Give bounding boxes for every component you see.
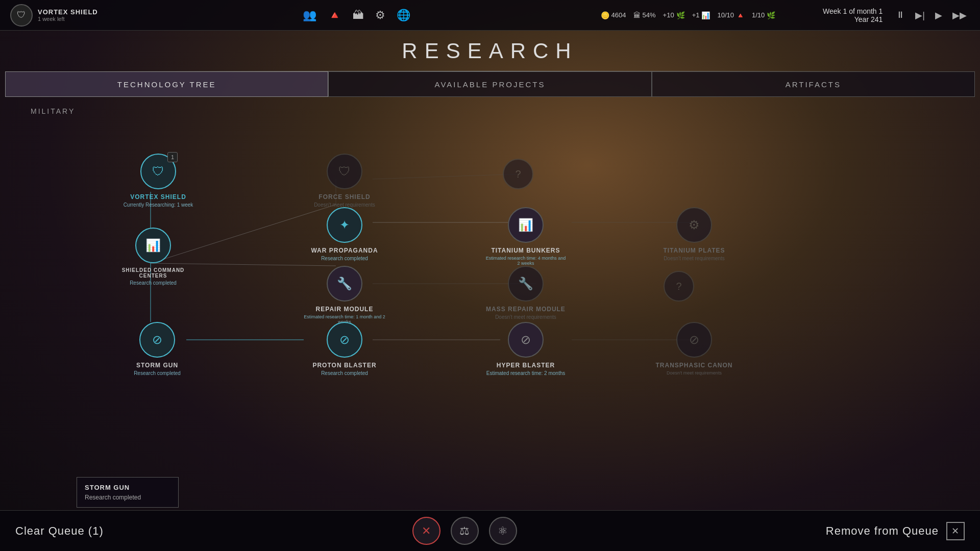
- vortex-shield-status: Currently Researching: 1 week: [124, 202, 193, 208]
- units-icon: 🔺: [736, 11, 745, 19]
- close-icon-button[interactable]: ✕: [412, 517, 440, 545]
- play-button[interactable]: ▶: [932, 8, 945, 23]
- unknown-node-2[interactable]: ?: [664, 271, 694, 302]
- units-value: 10/10: [717, 11, 734, 19]
- storm-gun-circle: ⊘: [139, 322, 175, 358]
- tech-node-force-shield[interactable]: 🛡 FORCE SHIELD Doesn't meet requirements: [304, 154, 385, 208]
- step-button[interactable]: ▶|: [912, 8, 928, 23]
- bottom-bar: Clear Queue (1) ✕ ⚖ ⚛ Remove from Queue …: [0, 510, 980, 551]
- shield-icon: 🛡: [10, 4, 33, 27]
- shielded-command-status: Research completed: [130, 280, 177, 286]
- units-resource: 10/10 🔺: [717, 11, 745, 19]
- storm-popup-desc: Research completed: [85, 494, 170, 501]
- top-controls: ⏸ ▶| ▶ ▶▶: [893, 8, 970, 23]
- top-bar: 🛡 VORTEX SHIELD 1 week left 👥 🔺 🏔 ⚙ 🌐 🪙 …: [0, 0, 980, 31]
- titanium-plates-circle: ⚙: [676, 207, 712, 243]
- war-propaganda-circle: ✦: [327, 207, 362, 243]
- date-line2: Year 241: [791, 15, 883, 23]
- storm-popup-title: STORM GUN: [85, 484, 170, 491]
- tech-node-titanium-plates[interactable]: ⚙ TITANIUM PLATES Doesn't meet requireme…: [653, 207, 735, 261]
- tech-node-repair-module[interactable]: 🔧 REPAIR MODULE Estimated research time:…: [304, 266, 385, 324]
- vortex-shield-circle: 🛡 1: [140, 154, 176, 189]
- proton-blaster-circle: ⊘: [327, 322, 362, 358]
- war-propaganda-status: Research completed: [321, 256, 368, 261]
- tab-available-projects[interactable]: AVAILABLE PROJECTS: [328, 71, 651, 97]
- tech-node-shielded-command[interactable]: 📊 SHIELDED COMMAND CENTERS Research comp…: [112, 228, 194, 286]
- research-title: RESEARCH: [402, 39, 578, 63]
- titanium-bunkers-name: TITANIUM BUNKERS: [491, 247, 560, 254]
- storage-icon: 🏛: [633, 11, 641, 19]
- food-value: +10: [663, 11, 674, 19]
- tab-technology-tree[interactable]: TECHNOLOGY TREE: [5, 71, 328, 97]
- transphasic-canon-name: TRANSPHASIC CANON: [655, 362, 732, 369]
- shielded-command-circle: 📊: [135, 228, 171, 263]
- hyper-blaster-name: HYPER BLASTER: [497, 362, 555, 369]
- vortex-shield-badge: 🛡 VORTEX SHIELD 1 week left: [10, 4, 112, 27]
- storm-gun-name: STORM GUN: [136, 362, 178, 369]
- tab-artifacts[interactable]: ARTIFACTS: [652, 71, 975, 97]
- planet-icon[interactable]: 🌐: [397, 9, 410, 22]
- tech-node-transphasic-canon[interactable]: ⊘ TRANSPHASIC CANON Doesn't meet require…: [653, 322, 735, 375]
- storage-value: 54%: [643, 11, 656, 19]
- hyper-blaster-status: Estimated research time: 2 months: [486, 370, 566, 376]
- tech-node-war-propaganda[interactable]: ✦ WAR PROPAGANDA Research completed: [304, 207, 385, 261]
- tech-node-storm-gun[interactable]: ⊘ STORM GUN Research completed: [116, 322, 198, 376]
- people-icon[interactable]: 👥: [303, 9, 316, 22]
- date-line1: Week 1 of month 1: [791, 7, 883, 15]
- terrain-icon[interactable]: 🏔: [353, 9, 364, 22]
- mass-repair-status: Doesn't meet requirements: [495, 314, 556, 320]
- bottom-icons: ✕ ⚖ ⚛: [412, 517, 517, 545]
- mass-repair-name: MASS REPAIR MODULE: [486, 306, 566, 313]
- tech-node-mass-repair[interactable]: 🔧 MASS REPAIR MODULE Doesn't meet requir…: [485, 266, 567, 320]
- remove-from-queue[interactable]: Remove from Queue ✕: [826, 522, 965, 540]
- credits-resource: 🪙 4604: [601, 11, 626, 19]
- pop-value: +1: [692, 11, 700, 19]
- tech-node-titanium-bunkers[interactable]: 📊 TITANIUM BUNKERS Estimated research ti…: [485, 207, 567, 266]
- main-content: MILITARY: [0, 99, 980, 510]
- tech-node-vortex-shield[interactable]: 🛡 1 VORTEX SHIELD Currently Researching:…: [117, 154, 199, 208]
- titanium-plates-name: TITANIUM PLATES: [663, 247, 725, 254]
- hyper-blaster-circle: ⊘: [508, 322, 544, 358]
- food-resource: +10 🌿: [663, 11, 685, 19]
- fast-forward-button[interactable]: ▶▶: [949, 8, 970, 23]
- titanium-bunkers-status: Estimated research time: 4 months and 2 …: [485, 256, 567, 266]
- gear-icon[interactable]: ⚙: [375, 9, 385, 22]
- military-section-label: MILITARY: [0, 99, 980, 123]
- storm-gun-popup: STORM GUN Research completed: [77, 477, 179, 508]
- repair-module-circle: 🔧: [327, 266, 362, 302]
- vortex-title: VORTEX SHIELD: [38, 8, 98, 16]
- transphasic-canon-status: Doesn't meet requirements: [667, 370, 722, 375]
- clear-queue-button[interactable]: Clear Queue (1): [15, 524, 104, 538]
- research-title-area: RESEARCH: [0, 31, 980, 71]
- svg-line-11: [373, 174, 521, 179]
- pause-button[interactable]: ⏸: [893, 8, 908, 22]
- vortex-badge: 1: [167, 152, 178, 162]
- tech-node-proton-blaster[interactable]: ⊘ PROTON BLASTER Research completed: [304, 322, 385, 376]
- science-resource: 1/10 🌿: [752, 11, 775, 19]
- credits-icon: 🪙: [601, 11, 609, 19]
- titanium-plates-status: Doesn't meet requirements: [664, 256, 725, 261]
- triangle-icon[interactable]: 🔺: [328, 9, 341, 22]
- vortex-shield-name: VORTEX SHIELD: [130, 193, 186, 201]
- top-icons: 👥 🔺 🏔 ⚙ 🌐: [112, 9, 601, 22]
- mass-repair-circle: 🔧: [508, 266, 544, 302]
- proton-blaster-name: PROTON BLASTER: [312, 362, 376, 369]
- force-shield-name: FORCE SHIELD: [318, 193, 370, 201]
- atom-icon-button[interactable]: ⚛: [489, 517, 517, 545]
- tabs-bar: TECHNOLOGY TREE AVAILABLE PROJECTS ARTIF…: [5, 71, 975, 97]
- remove-queue-x-button[interactable]: ✕: [946, 522, 965, 540]
- pop-icon: 📊: [701, 11, 710, 19]
- storage-resource: 🏛 54%: [633, 11, 656, 19]
- science-value: 1/10: [752, 11, 765, 19]
- balance-icon-button[interactable]: ⚖: [451, 517, 479, 545]
- force-shield-circle: 🛡: [327, 154, 362, 189]
- top-resources: 🪙 4604 🏛 54% +10 🌿 +1 📊 10/10 🔺 1/10 🌿: [601, 11, 776, 19]
- proton-blaster-status: Research completed: [321, 370, 368, 376]
- storm-gun-status: Research completed: [134, 370, 181, 376]
- vortex-subtitle: 1 week left: [38, 16, 98, 22]
- unknown-node-1[interactable]: ?: [503, 159, 533, 189]
- remove-queue-text: Remove from Queue: [826, 524, 939, 538]
- tech-node-hyper-blaster[interactable]: ⊘ HYPER BLASTER Estimated research time:…: [485, 322, 567, 376]
- shielded-command-name: SHIELDED COMMAND CENTERS: [112, 267, 194, 279]
- repair-module-name: REPAIR MODULE: [316, 306, 374, 313]
